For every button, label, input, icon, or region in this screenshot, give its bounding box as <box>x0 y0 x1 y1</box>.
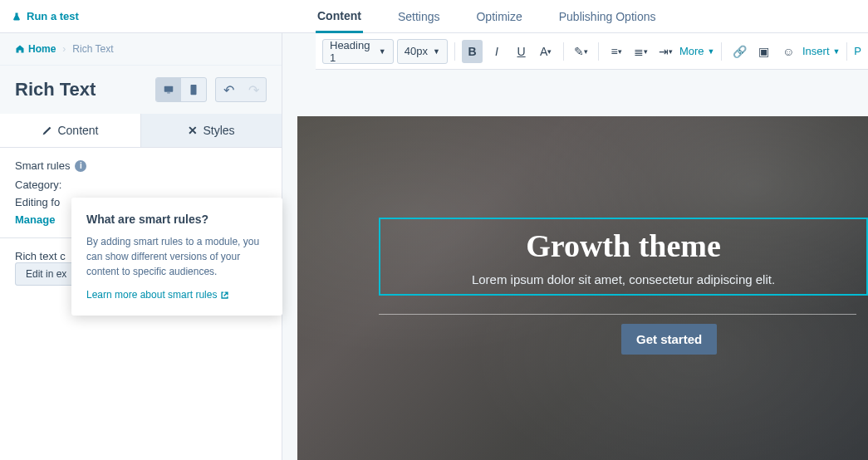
subtab-styles[interactable]: ✕ Styles <box>141 114 282 147</box>
heading-select[interactable]: Heading 1▼ <box>322 39 394 64</box>
redo-button[interactable]: ↷ <box>241 78 266 101</box>
chevron-down-icon: ▼ <box>379 47 386 56</box>
breadcrumb-home[interactable]: Home <box>15 43 56 55</box>
desktop-view-button[interactable] <box>156 78 181 101</box>
styles-icon: ✕ <box>188 124 198 137</box>
list-button[interactable]: ≣▾ <box>630 40 652 63</box>
tab-content[interactable]: Content <box>316 0 363 33</box>
undo-button[interactable]: ↶ <box>216 78 241 101</box>
preview-canvas: Growth theme Lorem ipsum dolor sit amet,… <box>297 116 868 460</box>
insert-button[interactable]: Insert▼ <box>802 45 840 57</box>
separator <box>721 42 722 61</box>
tooltip-title: What are smart rules? <box>86 213 267 226</box>
bold-button[interactable]: B <box>462 40 483 63</box>
image-button[interactable]: ▣ <box>753 40 775 63</box>
chevron-down-icon: ▼ <box>433 47 440 56</box>
separator <box>563 42 564 61</box>
category-label: Category: <box>15 179 267 191</box>
hero-subtitle: Lorem ipsum dolor sit amet, consectetur … <box>472 272 775 286</box>
svg-rect-0 <box>164 86 174 92</box>
svg-rect-2 <box>191 85 197 95</box>
run-test-label: Run a test <box>27 10 79 22</box>
hero-divider <box>379 314 856 315</box>
more-button[interactable]: More▼ <box>679 45 715 57</box>
run-test-link[interactable]: Run a test <box>12 10 79 22</box>
pencil-icon <box>42 125 52 136</box>
indent-button[interactable]: ⇥▾ <box>655 40 676 63</box>
text-color-button[interactable]: A▾ <box>535 40 557 63</box>
tab-optimize[interactable]: Optimize <box>474 0 523 33</box>
home-icon <box>15 44 25 54</box>
underline-button[interactable]: U <box>511 40 532 63</box>
p-button[interactable]: P <box>854 45 861 57</box>
breadcrumb: Home › Rich Text <box>0 33 282 66</box>
edit-expanded-button[interactable]: Edit in ex <box>15 262 77 286</box>
mobile-view-button[interactable] <box>181 78 206 101</box>
manage-link[interactable]: Manage <box>15 213 55 226</box>
link-button[interactable]: 🔗 <box>728 40 750 63</box>
external-link-icon <box>220 291 229 300</box>
mobile-icon <box>189 84 198 95</box>
italic-button[interactable]: I <box>486 40 508 63</box>
fontsize-select[interactable]: 40px▼ <box>397 39 448 64</box>
smart-rules-label: Smart rules <box>15 159 70 172</box>
subtab-content[interactable]: Content <box>0 114 141 147</box>
align-button[interactable]: ≡▾ <box>606 40 627 63</box>
tab-settings[interactable]: Settings <box>396 0 442 33</box>
tab-publishing[interactable]: Publishing Options <box>557 0 658 33</box>
breadcrumb-separator: › <box>62 43 66 55</box>
tooltip-body: By adding smart rules to a module, you c… <box>86 234 267 279</box>
hero-title: Growth theme <box>526 228 721 264</box>
separator <box>598 42 599 61</box>
info-icon[interactable]: i <box>75 160 86 172</box>
flask-icon <box>12 12 22 22</box>
smart-rules-tooltip: What are smart rules? By adding smart ru… <box>71 198 282 316</box>
get-started-button[interactable]: Get started <box>621 324 717 355</box>
tooltip-learn-more-link[interactable]: Learn more about smart rules <box>86 289 267 301</box>
desktop-icon <box>163 84 174 95</box>
emoji-button[interactable]: ☺ <box>777 40 799 63</box>
separator <box>454 42 455 61</box>
separator <box>846 42 847 61</box>
hero-selected-module[interactable]: Growth theme Lorem ipsum dolor sit amet,… <box>379 218 868 296</box>
svg-rect-1 <box>167 93 170 94</box>
panel-title: Rich Text <box>15 79 96 100</box>
breadcrumb-current: Rich Text <box>72 43 113 55</box>
highlight-button[interactable]: ✎▾ <box>571 40 592 63</box>
